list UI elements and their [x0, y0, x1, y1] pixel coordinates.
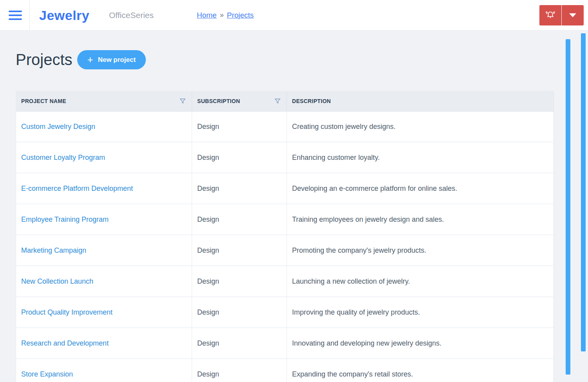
- project-name-cell: Product Quality Improvement: [16, 297, 192, 328]
- project-name-link[interactable]: Product Quality Improvement: [21, 308, 113, 317]
- app-screen: Jewelry OfficeSeries Home » Projects: [0, 0, 588, 382]
- breadcrumb-projects-link[interactable]: Projects: [227, 11, 254, 20]
- subscription-value: Design: [197, 185, 219, 193]
- project-name-link[interactable]: Employee Training Program: [21, 215, 109, 224]
- subscription-cell: Design: [192, 297, 287, 328]
- project-name-cell: New Collection Launch: [16, 266, 192, 297]
- subscription-cell: Design: [192, 204, 287, 235]
- project-name-cell: Custom Jewelry Design: [16, 112, 192, 142]
- subscription-value: Design: [197, 370, 219, 378]
- description-cell: Creating custom jewelry designs.: [287, 112, 554, 142]
- page-scrollbar[interactable]: [581, 33, 586, 351]
- description-value: Enhancing customer loyalty.: [292, 154, 380, 162]
- description-value: Launching a new collection of jewelry.: [292, 277, 410, 286]
- projects-table: PROJECT NAME SUBSCRIPTION DESCRIPTION: [16, 91, 554, 382]
- description-cell: Innovating and developing new jewelry de…: [287, 328, 554, 358]
- project-name-link[interactable]: E-commerce Platform Development: [21, 185, 133, 193]
- project-name-cell: Customer Loyalty Program: [16, 142, 192, 173]
- project-name-cell: E-commerce Platform Development: [16, 173, 192, 204]
- topbar-divider: [29, 0, 30, 31]
- breadcrumb: Home » Projects: [197, 11, 254, 20]
- filter-icon[interactable]: [274, 98, 281, 105]
- project-name-cell: Store Expansion: [16, 359, 192, 382]
- project-name-link[interactable]: New Collection Launch: [21, 277, 93, 286]
- column-header-description: DESCRIPTION: [287, 91, 554, 111]
- description-value: Creating custom jewelry designs.: [292, 123, 396, 131]
- project-name-link[interactable]: Store Expansion: [21, 370, 73, 378]
- column-header-label: DESCRIPTION: [292, 98, 331, 104]
- table-row: E-commerce Platform Development Design D…: [16, 173, 554, 204]
- table-row: Store Expansion Design Expanding the com…: [16, 359, 554, 382]
- bell-icon: [545, 10, 556, 21]
- app-logo: Jewelry: [39, 7, 89, 23]
- filter-icon[interactable]: [179, 98, 186, 105]
- app-logo-suffix: OfficeSeries: [109, 11, 154, 20]
- description-cell: Improving the quality of jewelry product…: [287, 297, 554, 328]
- subscription-cell: Design: [192, 328, 287, 358]
- breadcrumb-home-link[interactable]: Home: [197, 11, 217, 20]
- description-value: Promoting the company's jewelry products…: [292, 246, 426, 255]
- top-bar: Jewelry OfficeSeries Home » Projects: [0, 0, 588, 31]
- subscription-value: Design: [197, 215, 219, 224]
- user-menu-button[interactable]: [562, 5, 584, 25]
- description-value: Training employees on jewelry design and…: [292, 215, 444, 224]
- project-name-cell: Research and Development: [16, 328, 192, 358]
- description-value: Expanding the company's retail stores.: [292, 370, 413, 378]
- new-project-button[interactable]: + New project: [77, 50, 146, 69]
- description-cell: Expanding the company's retail stores.: [287, 359, 554, 382]
- description-cell: Promoting the company's jewelry products…: [287, 235, 554, 266]
- subscription-cell: Design: [192, 235, 287, 266]
- page-title: Projects: [16, 51, 73, 69]
- new-project-label: New project: [98, 56, 136, 64]
- column-header-project-name: PROJECT NAME: [16, 91, 192, 111]
- description-cell: Training employees on jewelry design and…: [287, 204, 554, 235]
- table-row: Marketing Campaign Design Promoting the …: [16, 235, 554, 266]
- table-body: Custom Jewelry Design Design Creating cu…: [16, 111, 554, 382]
- description-cell: Developing an e-commerce platform for on…: [287, 173, 554, 204]
- column-header-label: PROJECT NAME: [21, 98, 66, 104]
- project-name-cell: Employee Training Program: [16, 204, 192, 235]
- project-name-link[interactable]: Marketing Campaign: [21, 246, 86, 255]
- description-value: Developing an e-commerce platform for on…: [292, 185, 457, 193]
- description-cell: Launching a new collection of jewelry.: [287, 266, 554, 297]
- description-value: Improving the quality of jewelry product…: [292, 308, 420, 317]
- topbar-actions: [539, 5, 584, 25]
- subscription-cell: Design: [192, 112, 287, 142]
- table-header-row: PROJECT NAME SUBSCRIPTION DESCRIPTION: [16, 91, 554, 111]
- chevron-down-icon: [569, 13, 576, 17]
- subscription-cell: Design: [192, 359, 287, 382]
- breadcrumb-separator: »: [220, 11, 224, 19]
- project-name-link[interactable]: Customer Loyalty Program: [21, 154, 105, 162]
- page-head: Projects + New project: [16, 50, 146, 69]
- description-value: Innovating and developing new jewelry de…: [292, 339, 441, 348]
- notifications-button[interactable]: [539, 5, 561, 25]
- subscription-value: Design: [197, 123, 219, 131]
- subscription-cell: Design: [192, 266, 287, 297]
- table-row: Customer Loyalty Program Design Enhancin…: [16, 142, 554, 173]
- table-row: New Collection Launch Design Launching a…: [16, 266, 554, 297]
- table-row: Employee Training Program Design Trainin…: [16, 204, 554, 235]
- subscription-value: Design: [197, 154, 219, 162]
- subscription-value: Design: [197, 339, 219, 348]
- subscription-cell: Design: [192, 173, 287, 204]
- table-row: Product Quality Improvement Design Impro…: [16, 297, 554, 328]
- table-row: Custom Jewelry Design Design Creating cu…: [16, 111, 554, 142]
- table-scrollbar[interactable]: [566, 39, 570, 375]
- description-cell: Enhancing customer loyalty.: [287, 142, 554, 173]
- hamburger-menu-icon[interactable]: [9, 11, 22, 20]
- subscription-value: Design: [197, 308, 219, 317]
- subscription-cell: Design: [192, 142, 287, 173]
- plus-icon: +: [87, 54, 93, 65]
- column-header-label: SUBSCRIPTION: [197, 98, 240, 104]
- project-name-link[interactable]: Research and Development: [21, 339, 109, 348]
- column-header-subscription: SUBSCRIPTION: [192, 91, 287, 111]
- project-name-cell: Marketing Campaign: [16, 235, 192, 266]
- subscription-value: Design: [197, 277, 219, 286]
- project-name-link[interactable]: Custom Jewelry Design: [21, 123, 95, 131]
- table-row: Research and Development Design Innovati…: [16, 328, 554, 359]
- subscription-value: Design: [197, 246, 219, 255]
